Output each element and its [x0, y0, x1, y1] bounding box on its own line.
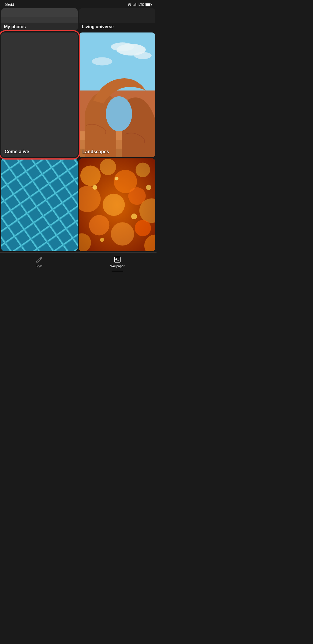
middle-row: Come alive	[0, 32, 156, 157]
category-my-photos[interactable]: My photos	[1, 8, 78, 31]
svg-rect-8	[146, 3, 150, 6]
category-architecture[interactable]	[1, 158, 78, 251]
svg-point-37	[100, 159, 116, 175]
svg-rect-5	[134, 4, 135, 6]
wallpaper-icon	[114, 256, 121, 263]
svg-point-21	[92, 57, 112, 66]
bottom-navigation: Style Wallpaper	[0, 252, 156, 275]
svg-rect-6	[136, 3, 136, 6]
svg-point-41	[103, 194, 125, 216]
top-row: My photos Living universe	[0, 8, 156, 31]
svg-point-44	[89, 215, 109, 235]
alarm-icon	[128, 3, 132, 7]
svg-point-46	[135, 220, 151, 236]
my-photos-label: My photos	[4, 24, 26, 29]
svg-rect-3	[133, 5, 133, 6]
svg-point-52	[100, 238, 104, 242]
svg-point-26	[106, 96, 132, 131]
svg-point-53	[146, 185, 151, 190]
category-come-alive[interactable]: Come alive	[1, 32, 78, 157]
svg-point-36	[80, 165, 101, 186]
come-alive-inner	[1, 32, 78, 157]
svg-point-50	[115, 177, 118, 180]
style-icon	[36, 256, 43, 263]
bottom-row	[0, 158, 156, 251]
svg-point-51	[131, 214, 137, 219]
svg-point-49	[92, 185, 97, 190]
living-universe-label: Living universe	[82, 24, 114, 29]
category-living-universe[interactable]: Living universe	[79, 8, 155, 31]
category-bokeh[interactable]	[79, 158, 155, 251]
network-type: LTE	[139, 3, 144, 6]
style-nav-label: Style	[36, 264, 43, 268]
wallpaper-nav-label: Wallpaper	[110, 264, 124, 268]
svg-point-20	[134, 52, 152, 59]
landscapes-label: Landscapes	[82, 149, 109, 154]
nav-item-style[interactable]: Style	[0, 255, 78, 269]
svg-rect-14	[79, 8, 155, 23]
svg-point-45	[111, 222, 134, 245]
status-time: 09:44	[5, 3, 14, 7]
svg-rect-4	[134, 5, 134, 6]
svg-rect-16	[1, 32, 78, 157]
nav-item-wallpaper[interactable]: Wallpaper	[78, 255, 156, 269]
landscapes-image	[79, 32, 155, 157]
svg-line-2	[130, 3, 131, 4]
status-bar: 09:44 LTE	[0, 0, 156, 8]
bokeh-image	[79, 158, 155, 251]
category-landscapes[interactable]: Landscapes	[79, 32, 155, 157]
svg-line-1	[129, 3, 129, 4]
svg-rect-12	[1, 8, 78, 17]
signal-icon	[133, 3, 137, 6]
come-alive-label: Come alive	[5, 149, 29, 154]
svg-rect-32	[1, 158, 78, 251]
svg-point-19	[111, 42, 134, 51]
battery-icon	[145, 3, 152, 6]
svg-rect-9	[151, 4, 152, 5]
svg-point-39	[136, 162, 150, 177]
architecture-image	[1, 158, 78, 251]
status-icons: LTE	[128, 3, 152, 7]
